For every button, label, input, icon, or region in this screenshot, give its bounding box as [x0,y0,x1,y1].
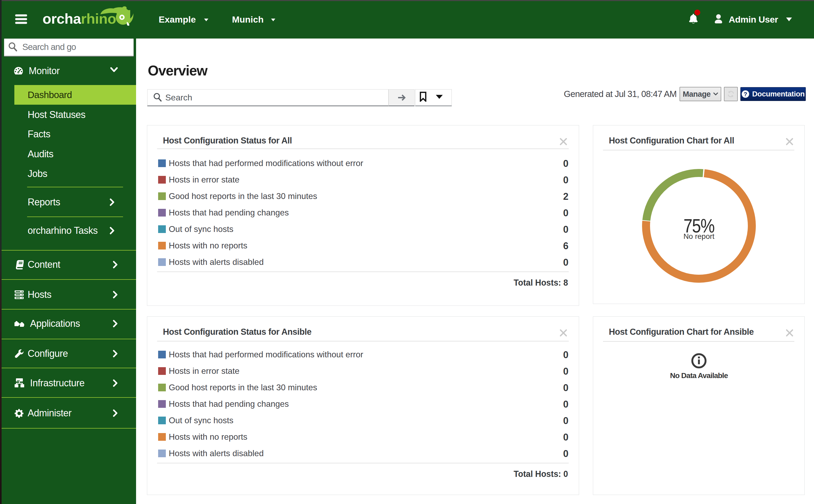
svg-text:?: ? [744,91,747,98]
